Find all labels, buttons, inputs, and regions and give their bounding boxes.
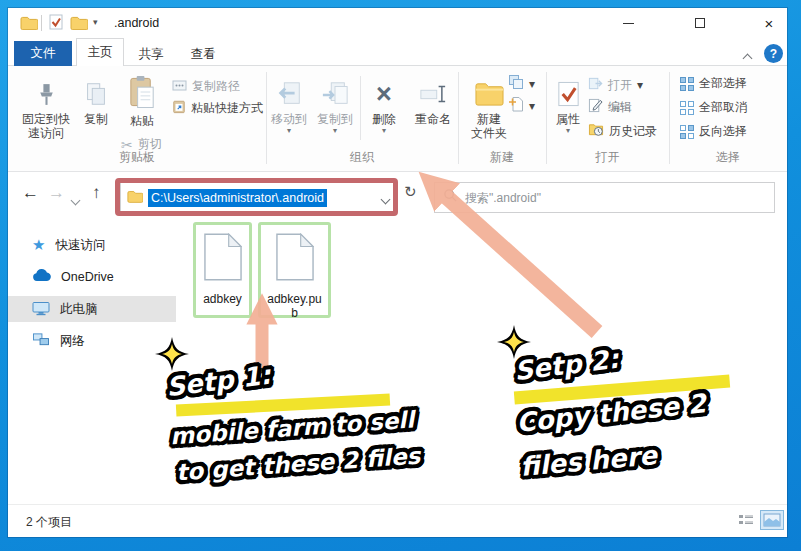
recent-locations-button[interactable] (72, 190, 79, 208)
delete-button[interactable]: × 删除 ▾ (362, 72, 406, 135)
pin-to-quick-access-button[interactable]: 固定到快 速访问 (16, 72, 76, 140)
computer-icon (32, 300, 50, 319)
close-button[interactable]: × (748, 8, 790, 38)
search-icon (443, 188, 458, 207)
forward-button[interactable]: → (48, 183, 65, 203)
copy-icon (82, 72, 110, 108)
copy-to-button[interactable]: 复制到 ▾ (311, 72, 359, 135)
status-bar: 2 个项目 (8, 504, 787, 537)
dropdown-arrow-icon: ▾ (333, 127, 337, 135)
ribbon: 固定到快 速访问 复制 粘贴 ✂ 剪切 复制路径 粘贴快捷方式 剪贴板 移动到 … (8, 66, 787, 172)
tab-home[interactable]: 主页 (76, 38, 124, 66)
dropdown-arrow-icon: ▾ (382, 127, 386, 135)
dropdown-arrow-icon: ▾ (637, 78, 643, 92)
history-icon (588, 122, 604, 140)
tab-view[interactable]: 查看 (180, 43, 226, 65)
dropdown-arrow-icon: ▾ (287, 127, 291, 135)
maximize-button[interactable] (679, 8, 721, 38)
thumbnail-view-icon (763, 513, 781, 527)
item-count: 2 个项目 (26, 514, 72, 531)
open-icon (588, 76, 603, 94)
paste-shortcut-icon (172, 99, 186, 117)
invert-selection-icon (680, 125, 694, 139)
refresh-button[interactable]: ↻ (404, 183, 417, 201)
properties-button[interactable]: 属性 ▾ (548, 72, 588, 135)
copy-path-button[interactable]: 复制路径 (172, 78, 240, 95)
group-label-new: 新建 (458, 149, 546, 166)
back-button[interactable]: ← (22, 183, 39, 203)
copy-button[interactable]: 复制 (76, 72, 116, 126)
folder-icon[interactable] (20, 16, 38, 34)
group-separator (360, 76, 361, 140)
easy-access-button[interactable]: ▾ (508, 74, 535, 93)
group-label-organize: 组织 (266, 149, 458, 166)
network-icon (32, 332, 50, 350)
group-label-clipboard: 剪贴板 (8, 149, 266, 166)
select-none-icon (680, 101, 694, 115)
chevron-up-icon (743, 54, 753, 64)
paste-button[interactable]: 粘贴 (116, 70, 168, 128)
tab-file[interactable]: 文件 (14, 41, 72, 66)
screenshot-root: ▾ .android × 文件 主页 共享 查看 ? 固定到快 速访问 复制 粘… (0, 0, 801, 551)
collapse-ribbon-button[interactable] (744, 48, 751, 66)
title-bar: ▾ .android × (8, 8, 787, 38)
file-name: adbkey (201, 292, 244, 306)
chevron-down-icon (71, 196, 81, 206)
rename-icon (419, 72, 447, 108)
file-item-adbkey[interactable]: adbkey (193, 222, 252, 318)
properties-quick-icon[interactable] (48, 14, 64, 34)
move-to-button[interactable]: 移动到 ▾ (265, 72, 313, 135)
dropdown-arrow-icon: ▾ (529, 77, 535, 91)
minimize-button[interactable] (607, 8, 649, 38)
pushpin-icon (33, 72, 60, 108)
file-item-adbkey-pub[interactable]: adbkey.pub (258, 222, 331, 318)
qat-dropdown-icon[interactable]: ▾ (93, 17, 98, 27)
sidebar-item-onedrive[interactable]: OneDrive (8, 264, 176, 290)
up-button[interactable]: ↑ (92, 183, 101, 203)
paste-shortcut-button[interactable]: 粘贴快捷方式 (172, 99, 263, 117)
select-none-button[interactable]: 全部取消 (680, 99, 747, 116)
search-box (434, 182, 775, 213)
details-view-button[interactable] (734, 510, 758, 530)
file-name: adbkey.pub (263, 292, 327, 320)
copy-path-icon (172, 79, 187, 95)
edit-icon (588, 98, 603, 116)
star-icon: ★ (32, 236, 45, 254)
window-title: .android (114, 16, 159, 30)
group-label-open: 打开 (546, 149, 669, 166)
sidebar-item-network[interactable]: 网络 (8, 328, 176, 354)
rename-button[interactable]: 重命名 (406, 72, 460, 126)
sidebar-item-this-pc[interactable]: 此电脑 (8, 296, 176, 322)
new-item-button[interactable]: ▾ (508, 96, 535, 115)
close-icon: × (765, 16, 774, 31)
cloud-icon (32, 269, 51, 285)
select-all-icon (680, 77, 694, 91)
easy-access-icon (508, 74, 524, 93)
file-icon (276, 233, 314, 285)
tab-share[interactable]: 共享 (128, 43, 174, 65)
annotation-red-box-address-bar (115, 178, 398, 216)
maximize-icon (695, 18, 705, 28)
invert-selection-button[interactable]: 反向选择 (680, 123, 747, 140)
thumbnail-view-button[interactable] (760, 510, 784, 530)
edit-button[interactable]: 编辑 (588, 98, 632, 116)
select-all-button[interactable]: 全部选择 (680, 75, 747, 92)
open-button[interactable]: 打开 ▾ (588, 76, 643, 94)
new-item-icon (508, 96, 524, 115)
help-button[interactable]: ? (764, 44, 783, 63)
file-icon (204, 233, 242, 285)
ribbon-tabs: 文件 主页 共享 查看 ? (8, 38, 787, 66)
clipboard-icon (126, 70, 159, 110)
qat-separator (41, 15, 42, 31)
group-label-select: 选择 (669, 149, 787, 166)
history-button[interactable]: 历史记录 (588, 122, 657, 140)
search-input[interactable] (465, 191, 755, 205)
properties-check-icon (555, 72, 582, 108)
new-folder-icon (474, 72, 505, 108)
sparkle-icon (154, 336, 190, 372)
folder-icon[interactable] (70, 16, 88, 34)
dropdown-arrow-icon: ▾ (566, 127, 570, 135)
sidebar-item-quick-access[interactable]: ★ 快速访问 (8, 232, 176, 258)
copy-to-icon (321, 72, 349, 108)
dropdown-arrow-icon: ▾ (529, 99, 535, 113)
